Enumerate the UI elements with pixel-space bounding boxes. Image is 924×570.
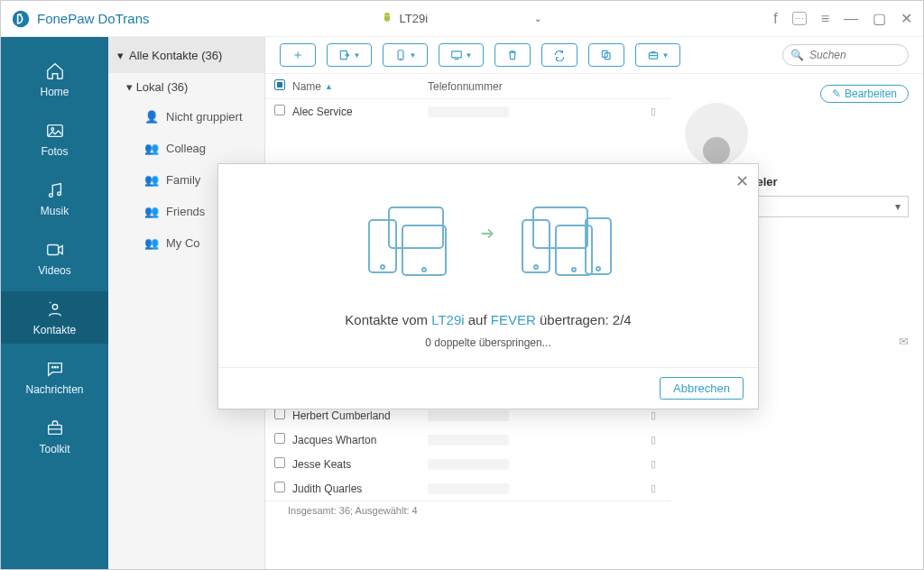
sidebar-item-home[interactable]: Home [1, 53, 108, 106]
search-icon: 🔍 [790, 49, 804, 61]
menu-icon[interactable]: ≡ [821, 11, 829, 27]
toolkit-icon [44, 418, 66, 439]
add-button[interactable]: ＋ [280, 43, 316, 67]
to-phone-button[interactable]: ▼ [383, 43, 428, 67]
backup-button[interactable]: ▼ [635, 43, 680, 67]
tree-leaf-label: Nicht gruppiert [166, 110, 243, 124]
sidebar-item-label: Videos [38, 264, 70, 277]
tree-leaf[interactable]: 👥Colleag [108, 133, 264, 164]
titlebar-actions: f ⋯ ≡ — ▢ ✕ [773, 10, 912, 27]
svg-point-26 [572, 268, 576, 271]
col-name[interactable]: Name [292, 80, 321, 93]
search-input[interactable]: 🔍 [782, 44, 909, 66]
row-checkbox[interactable] [274, 433, 285, 444]
tree-leaf[interactable]: 👤Nicht gruppiert [108, 101, 264, 133]
contact-phone [428, 459, 509, 470]
sidebar-item-toolkit[interactable]: Toolkit [1, 410, 108, 463]
delete-button[interactable] [494, 43, 531, 67]
contact-name: Jesse Keats [292, 458, 428, 471]
facebook-icon[interactable]: f [773, 11, 777, 27]
target-devices-icon [515, 200, 614, 285]
svg-rect-22 [533, 207, 587, 248]
table-row[interactable]: Jacques Wharton ▯ [265, 428, 670, 452]
select-all-checkbox[interactable] [274, 79, 285, 90]
tree-leaf-label: Friends [166, 205, 205, 218]
to-pc-button[interactable]: ▼ [439, 43, 484, 67]
svg-rect-13 [451, 51, 461, 58]
music-icon [44, 179, 66, 201]
device-selector[interactable]: LT29i ⌄ [382, 12, 542, 25]
tree-leaf-label: Colleag [166, 142, 206, 155]
toolbar: ＋ ▼ ▼ ▼ ▼ 🔍 [265, 37, 923, 73]
svg-rect-12 [398, 51, 403, 60]
tree-root[interactable]: ▾Alle Kontakte (36) [108, 37, 264, 73]
transfer-graphic [245, 200, 731, 285]
group-icon: 👥 [144, 173, 159, 187]
sidebar-item-label: Toolkit [39, 443, 69, 455]
svg-point-0 [13, 10, 29, 26]
row-checkbox[interactable] [274, 409, 285, 419]
dedupe-button[interactable] [588, 43, 624, 67]
maximize-icon[interactable]: ▢ [873, 10, 886, 27]
table-status: Insgesamt: 36; Ausgewählt: 4 [265, 501, 670, 519]
mail-icon[interactable]: ✉ [899, 335, 909, 348]
contact-phone [428, 483, 509, 494]
target-device-label: FEVER [491, 312, 536, 327]
app-logo-icon [12, 10, 30, 28]
contact-phone [428, 410, 509, 421]
tree-local[interactable]: ▾ Lokal (36) [108, 73, 264, 101]
sidebar-item-photos[interactable]: Fotos [1, 113, 108, 165]
col-phone[interactable]: Telefonnummer [428, 80, 661, 93]
device-small-icon: ▯ [651, 434, 656, 446]
edit-button[interactable]: ✎Bearbeiten [820, 85, 909, 103]
group-icon: 👥 [144, 236, 159, 250]
minimize-icon[interactable]: — [844, 11, 858, 27]
tree-local-label: Lokal (36) [136, 80, 189, 94]
svg-point-4 [57, 192, 60, 196]
sort-icon: ▲ [325, 82, 333, 91]
group-icon: 👥 [144, 142, 159, 155]
device-small-icon: ▯ [651, 483, 656, 494]
svg-point-19 [381, 265, 384, 269]
pencil-icon: ✎ [832, 87, 841, 100]
home-icon [44, 60, 66, 82]
svg-point-7 [51, 367, 52, 368]
chevron-down-icon: ▾ [117, 49, 124, 62]
sidebar-item-videos[interactable]: Videos [1, 232, 108, 284]
svg-point-21 [422, 268, 426, 271]
svg-point-8 [54, 367, 55, 368]
messages-icon [44, 358, 66, 380]
export-button[interactable]: ▼ [327, 43, 372, 67]
cancel-button[interactable]: Abbrechen [660, 377, 744, 400]
avatar [685, 103, 748, 166]
contacts-icon [44, 299, 66, 320]
row-checkbox[interactable] [274, 105, 285, 115]
close-icon[interactable]: ✕ [901, 10, 912, 27]
row-checkbox[interactable] [274, 482, 285, 492]
search-field[interactable] [809, 49, 900, 61]
sidebar: Home Fotos Musik Videos Kontakte Nachric… [1, 37, 108, 569]
sidebar-item-messages[interactable]: Nachrichten [1, 351, 108, 403]
contact-name: Jacques Wharton [292, 434, 428, 446]
row-checkbox[interactable] [274, 457, 285, 468]
svg-point-6 [52, 305, 58, 310]
tree-root-label: Alle Kontakte (36) [129, 49, 222, 62]
device-name: LT29i [400, 12, 429, 25]
table-row[interactable]: Alec Service ▯ [265, 99, 670, 124]
refresh-button[interactable] [541, 43, 578, 67]
table-row[interactable]: Jesse Keats ▯ [265, 452, 670, 476]
chevron-down-icon: ▾ [126, 80, 133, 94]
svg-point-28 [596, 267, 600, 271]
group-icon: 👥 [144, 205, 159, 218]
device-small-icon: ▯ [651, 458, 656, 470]
sidebar-item-label: Home [40, 86, 69, 98]
table-row[interactable]: Judith Quarles ▯ [265, 476, 670, 501]
svg-point-9 [57, 367, 58, 368]
contact-phone [428, 435, 509, 446]
android-icon [382, 12, 393, 25]
feedback-icon[interactable]: ⋯ [792, 12, 807, 25]
device-small-icon: ▯ [651, 106, 656, 117]
close-modal-icon[interactable]: ✕ [735, 171, 749, 191]
sidebar-item-contacts[interactable]: Kontakte [1, 291, 108, 344]
sidebar-item-music[interactable]: Musik [1, 172, 108, 225]
